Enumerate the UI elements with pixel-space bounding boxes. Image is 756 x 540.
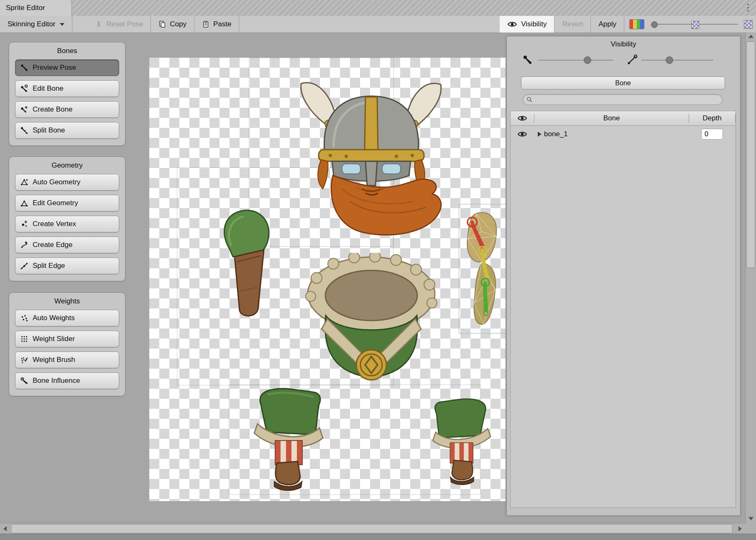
sprite-editor-window: Sprite Editor ⋮ Skinning Editor Reset Po… <box>0 0 756 540</box>
auto-geometry-button[interactable]: Auto Geometry <box>15 174 119 191</box>
preview-pose-button[interactable]: Preview Pose <box>15 59 119 76</box>
visibility-toggle[interactable]: Visibility <box>500 16 554 33</box>
create-edge-button[interactable]: Create Edge <box>15 237 119 253</box>
vertical-scrollbar[interactable] <box>745 32 756 523</box>
reset-pose-label: Reset Pose <box>106 20 143 28</box>
visibility-label: Visibility <box>521 20 547 28</box>
create-bone-label: Create Bone <box>33 105 72 114</box>
mesh-opacity-icon <box>626 54 638 66</box>
create-bone-button[interactable]: Create Bone <box>15 101 119 118</box>
edit-geometry-label: Edit Geometry <box>33 199 78 207</box>
edit-geometry-button[interactable]: Edit Geometry <box>15 195 119 211</box>
create-edge-icon <box>20 240 29 250</box>
bone-tab-label: Bone <box>615 79 631 87</box>
reset-pose-button[interactable]: Reset Pose <box>87 16 151 33</box>
horizontal-scrollbar[interactable] <box>0 523 745 534</box>
apply-button[interactable]: Apply <box>591 16 624 33</box>
bone-opacity-slider[interactable] <box>539 60 613 61</box>
bone-search-field[interactable] <box>523 94 723 105</box>
split-edge-icon <box>20 261 29 270</box>
reset-pose-icon <box>95 20 102 28</box>
auto-geometry-icon <box>20 178 29 187</box>
scroll-right-button[interactable] <box>735 523 745 534</box>
toolbar-gap <box>72 16 87 33</box>
bone-row[interactable]: bone_1 <box>511 126 736 143</box>
checker-swatch-icon[interactable] <box>744 20 753 29</box>
sprite-head[interactable] <box>292 64 451 247</box>
bone-name[interactable]: bone_1 <box>544 130 568 138</box>
scroll-down-button[interactable] <box>746 515 756 523</box>
create-bone-icon <box>20 105 29 114</box>
weight-brush-button[interactable]: Weight Brush <box>15 352 119 368</box>
apply-label: Apply <box>598 20 616 28</box>
visibility-panel: Visibility Bone Bone <box>506 36 741 516</box>
auto-weights-button[interactable]: Auto Weights <box>15 310 119 326</box>
bone-influence-button[interactable]: Bone Influence <box>15 372 119 389</box>
column-separator <box>735 114 736 123</box>
visibility-column-eye-icon <box>511 115 534 122</box>
split-edge-button[interactable]: Split Edge <box>15 257 119 274</box>
eye-icon <box>507 21 517 28</box>
preview-pose-label: Preview Pose <box>33 64 76 72</box>
weight-slider-label: Weight Slider <box>33 335 75 343</box>
tab-title: Sprite Editor <box>6 4 45 12</box>
copy-button[interactable]: Copy <box>151 16 194 33</box>
depth-column-header: Depth <box>689 114 735 122</box>
edit-bone-label: Edit Bone <box>33 84 64 93</box>
revert-label: Revert <box>562 20 583 28</box>
copy-label: Copy <box>170 20 186 28</box>
sprite-torso[interactable] <box>304 253 439 391</box>
visibility-panel-title: Visibility <box>507 36 740 48</box>
search-icon <box>526 97 532 102</box>
vertical-scrollbar-thumb[interactable] <box>746 41 755 268</box>
bone-search-input[interactable] <box>535 96 719 104</box>
edit-geometry-icon <box>20 199 29 208</box>
sprite-right-leg[interactable] <box>427 388 493 494</box>
tab-sprite-editor[interactable]: Sprite Editor <box>0 0 72 16</box>
expand-arrow-icon[interactable] <box>538 132 541 137</box>
sprite-tint-swatch[interactable] <box>629 19 644 29</box>
scroll-up-button[interactable] <box>746 32 756 41</box>
sprite-canvas[interactable] <box>149 58 506 501</box>
bone-table: Bone Depth bone_1 <box>510 111 736 508</box>
weights-group: Weights Auto Weights Weight Slider Weigh… <box>9 293 125 396</box>
bone-table-header: Bone Depth <box>511 111 736 126</box>
create-vertex-icon <box>20 219 29 229</box>
edit-bone-button[interactable]: Edit Bone <box>15 80 119 97</box>
bone-opacity-icon <box>522 54 534 66</box>
opacity-slider[interactable] <box>649 19 741 29</box>
opacity-slider-knob[interactable] <box>651 21 658 28</box>
bones-group-title: Bones <box>15 47 119 55</box>
auto-geometry-label: Auto Geometry <box>33 178 80 186</box>
sprite-left-leg[interactable] <box>251 385 330 492</box>
bone-opacity-slider-knob[interactable] <box>584 56 591 64</box>
window-menu-icon[interactable]: ⋮ <box>743 2 753 13</box>
paste-button[interactable]: Paste <box>194 16 239 33</box>
sprite-glove[interactable] <box>217 207 277 323</box>
weight-brush-label: Weight Brush <box>33 356 75 364</box>
split-bone-label: Split Bone <box>33 126 65 135</box>
mode-dropdown[interactable]: Skinning Editor <box>0 16 72 33</box>
scroll-left-button[interactable] <box>0 523 10 534</box>
checker-swatch-icon <box>691 21 699 29</box>
sprite-arm-skinned[interactable] <box>460 205 506 332</box>
geometry-group-title: Geometry <box>15 161 119 170</box>
mesh-opacity-slider-knob[interactable] <box>666 56 673 64</box>
bone-tab-button[interactable]: Bone <box>521 76 725 89</box>
bone-influence-icon <box>20 376 29 385</box>
split-bone-button[interactable]: Split Bone <box>15 122 119 139</box>
weight-slider-button[interactable]: Weight Slider <box>15 331 119 347</box>
edit-bone-icon <box>20 84 29 93</box>
split-bone-icon <box>20 126 29 135</box>
bone-depth-input[interactable] <box>701 129 723 140</box>
bone-visibility-toggle-eye-icon[interactable] <box>511 131 534 138</box>
mesh-opacity-slider[interactable] <box>641 60 713 61</box>
create-vertex-button[interactable]: Create Vertex <box>15 216 119 232</box>
auto-weights-label: Auto Weights <box>33 314 75 322</box>
toolbar-separator <box>624 16 624 33</box>
mode-dropdown-label: Skinning Editor <box>8 20 55 28</box>
weight-slider-icon <box>20 334 29 344</box>
titlebar: Sprite Editor ⋮ <box>0 0 756 16</box>
revert-button[interactable]: Revert <box>554 16 590 33</box>
horizontal-scrollbar-thumb[interactable] <box>11 524 733 533</box>
